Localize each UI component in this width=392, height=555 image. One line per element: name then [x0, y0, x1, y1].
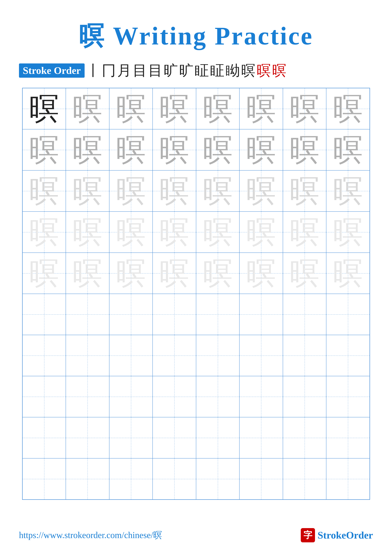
grid-cell-r10c5[interactable]	[196, 458, 240, 499]
grid-cell-r7c4[interactable]	[153, 335, 196, 376]
grid-cell-r2c7: 暝	[283, 129, 326, 170]
grid-cell-r2c1: 暝	[22, 129, 66, 170]
grid-cell-r9c1[interactable]	[22, 417, 66, 458]
grid-cell-r5c5: 暝	[196, 253, 240, 294]
grid-cell-r3c8: 暝	[326, 170, 370, 212]
stroke-step-5: 目	[148, 63, 162, 78]
grid-cell-r7c6[interactable]	[239, 335, 283, 376]
grid-cell-r1c6: 暝	[239, 88, 283, 129]
grid-cell-r2c6: 暝	[239, 129, 283, 170]
grid-cell-r5c1: 暝	[22, 253, 66, 294]
grid-cell-r1c1: 暝	[22, 88, 66, 129]
grid-cell-r8c5[interactable]	[196, 376, 240, 417]
grid-cell-r5c3: 暝	[109, 253, 153, 294]
grid-cell-r1c4: 暝	[153, 88, 196, 129]
grid-cell-r6c4[interactable]	[153, 294, 196, 335]
grid-cell-r5c7: 暝	[283, 253, 326, 294]
grid-cell-r4c8: 暝	[326, 212, 370, 253]
grid-cell-r4c4: 暝	[153, 212, 196, 253]
grid-cell-r6c8[interactable]	[326, 294, 370, 335]
grid-cell-r6c6[interactable]	[239, 294, 283, 335]
grid-cell-r8c3[interactable]	[109, 376, 153, 417]
footer: https://www.strokeorder.com/chinese/暝 字 …	[19, 528, 373, 542]
stroke-step-6: 旷	[164, 63, 178, 78]
grid-cell-r9c6[interactable]	[239, 417, 283, 458]
grid-cell-r7c5[interactable]	[196, 335, 240, 376]
grid-cell-r6c3[interactable]	[109, 294, 153, 335]
grid-cell-r1c8: 暝	[326, 88, 370, 129]
stroke-sequence: 丨 冂 月 目 目 旷 旷 眐 眐 眑 暝 暝 暝	[86, 63, 286, 78]
stroke-step-8: 眐	[195, 63, 209, 78]
grid-cell-r7c2[interactable]	[66, 335, 109, 376]
grid-cell-r9c8[interactable]	[326, 417, 370, 458]
grid-cell-r3c7: 暝	[283, 170, 326, 212]
grid-cell-r8c8[interactable]	[326, 376, 370, 417]
grid-cell-r3c1: 暝	[22, 170, 66, 212]
grid-cell-r4c3: 暝	[109, 212, 153, 253]
stroke-step-12: 暝	[257, 63, 271, 78]
stroke-order-label: Stroke Order	[19, 63, 85, 78]
grid-cell-r10c7[interactable]	[283, 458, 326, 499]
grid-cell-r10c8[interactable]	[326, 458, 370, 499]
stroke-step-7: 旷	[179, 63, 193, 78]
grid-cell-r7c7[interactable]	[283, 335, 326, 376]
stroke-step-10: 眑	[226, 63, 240, 78]
footer-url: https://www.strokeorder.com/chinese/暝	[19, 529, 162, 541]
grid-cell-r8c2[interactable]	[66, 376, 109, 417]
grid-cell-r5c8: 暝	[326, 253, 370, 294]
practice-grid: 暝 暝 暝 暝 暝 暝 暝 暝 暝 暝 暝 暝 暝 暝 暝 暝 暝 暝 暝 暝 …	[22, 88, 370, 500]
grid-cell-r3c5: 暝	[196, 170, 240, 212]
grid-cell-r8c6[interactable]	[239, 376, 283, 417]
grid-cell-r2c3: 暝	[109, 129, 153, 170]
grid-cell-r2c2: 暝	[66, 129, 109, 170]
grid-cell-r3c6: 暝	[239, 170, 283, 212]
stroke-step-9: 眐	[210, 63, 224, 78]
brand-name: StrokeOrder	[318, 529, 373, 541]
stroke-step-3: 月	[117, 63, 131, 78]
grid-cell-r5c6: 暝	[239, 253, 283, 294]
grid-cell-r10c4[interactable]	[153, 458, 196, 499]
grid-cell-r1c7: 暝	[283, 88, 326, 129]
grid-cell-r2c5: 暝	[196, 129, 240, 170]
grid-cell-r9c3[interactable]	[109, 417, 153, 458]
grid-cell-r6c1[interactable]	[22, 294, 66, 335]
page-title: 暝 Writing Practice	[79, 19, 313, 53]
grid-cell-r10c3[interactable]	[109, 458, 153, 499]
grid-cell-r1c3: 暝	[109, 88, 153, 129]
grid-cell-r8c7[interactable]	[283, 376, 326, 417]
stroke-step-11: 暝	[241, 63, 255, 78]
grid-cell-r4c7: 暝	[283, 212, 326, 253]
stroke-step-2: 冂	[102, 63, 116, 78]
grid-cell-r10c1[interactable]	[22, 458, 66, 499]
stroke-order-section: Stroke Order 丨 冂 月 目 目 旷 旷 眐 眐 眑 暝 暝 暝	[19, 63, 373, 78]
grid-cell-r2c4: 暝	[153, 129, 196, 170]
page: 暝 Writing Practice Stroke Order 丨 冂 月 目 …	[0, 0, 392, 555]
grid-cell-r4c2: 暝	[66, 212, 109, 253]
grid-cell-r6c7[interactable]	[283, 294, 326, 335]
grid-cell-r8c1[interactable]	[22, 376, 66, 417]
grid-cell-r9c4[interactable]	[153, 417, 196, 458]
grid-cell-r10c6[interactable]	[239, 458, 283, 499]
grid-cell-r8c4[interactable]	[153, 376, 196, 417]
grid-cell-r5c2: 暝	[66, 253, 109, 294]
grid-cell-r6c2[interactable]	[66, 294, 109, 335]
grid-cell-r7c1[interactable]	[22, 335, 66, 376]
grid-cell-r9c2[interactable]	[66, 417, 109, 458]
grid-cell-r1c5: 暝	[196, 88, 240, 129]
grid-cell-r3c3: 暝	[109, 170, 153, 212]
footer-brand: 字 StrokeOrder	[301, 528, 373, 542]
grid-cell-r4c1: 暝	[22, 212, 66, 253]
grid-cell-r3c4: 暝	[153, 170, 196, 212]
grid-cell-r1c2: 暝	[66, 88, 109, 129]
grid-cell-r7c8[interactable]	[326, 335, 370, 376]
grid-cell-r4c5: 暝	[196, 212, 240, 253]
brand-icon: 字	[301, 528, 315, 542]
stroke-step-4: 目	[133, 63, 147, 78]
grid-cell-r6c5[interactable]	[196, 294, 240, 335]
grid-cell-r2c8: 暝	[326, 129, 370, 170]
stroke-step-1: 丨	[86, 63, 100, 78]
grid-cell-r10c2[interactable]	[66, 458, 109, 499]
grid-cell-r9c7[interactable]	[283, 417, 326, 458]
grid-cell-r9c5[interactable]	[196, 417, 240, 458]
grid-cell-r7c3[interactable]	[109, 335, 153, 376]
